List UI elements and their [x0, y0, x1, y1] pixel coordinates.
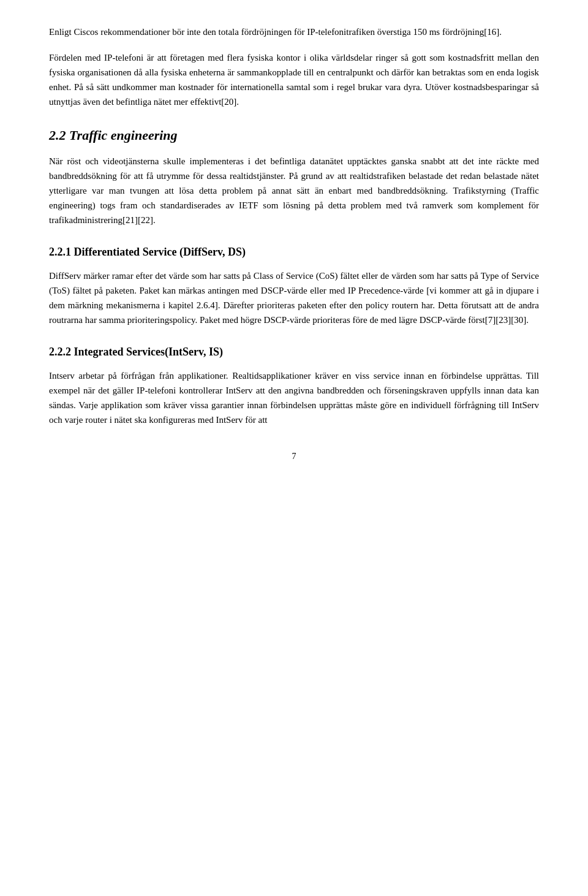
paragraph-2: Fördelen med IP-telefoni är att företage… — [49, 50, 539, 109]
section-221-heading: 2.2.1 Differentiated Service (DiffServ, … — [49, 245, 539, 260]
section-22-paragraph-1: När röst och videotjänsterna skulle impl… — [49, 154, 539, 227]
paragraph-1: Enligt Ciscos rekommendationer bör inte … — [49, 25, 539, 39]
section-222-heading: 2.2.2 Integrated Services(IntServ, IS) — [49, 344, 539, 360]
section-22-heading: 2.2 Traffic engineering — [49, 126, 539, 145]
page: Enligt Ciscos rekommendationer bör inte … — [0, 0, 588, 896]
section-222-paragraph-1: Intserv arbetar på förfrågan från applik… — [49, 368, 539, 427]
page-number: 7 — [49, 452, 539, 461]
section-221-paragraph-1: DiffServ märker ramar efter det värde so… — [49, 268, 539, 327]
